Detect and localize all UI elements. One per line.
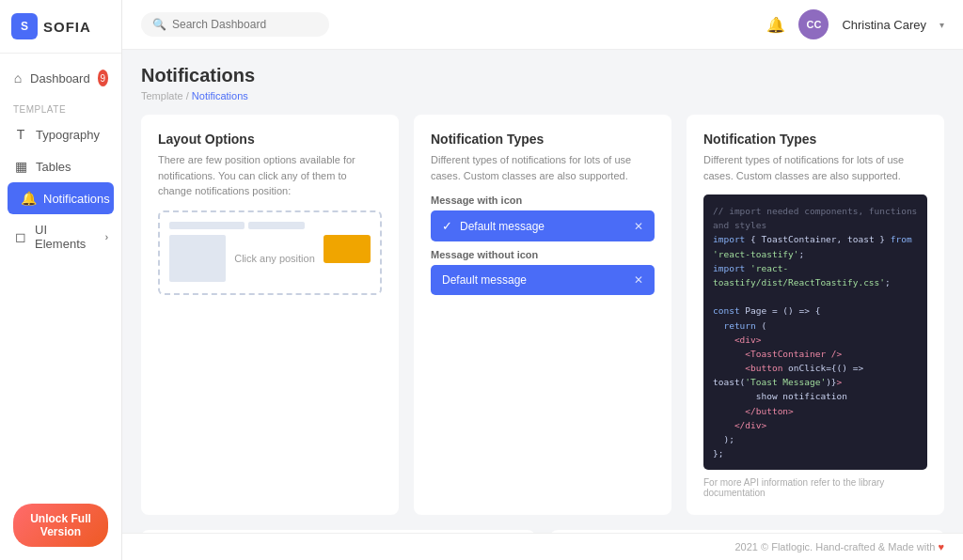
code-line-4: [713, 289, 918, 303]
sidebar-item-label: UI Elements: [35, 223, 98, 251]
sidebar-nav: ⌂ Dashboard 9 TEMPLATE T Typography ▦ Ta…: [0, 54, 121, 490]
footer-text: 2021 © Flatlogic. Hand-crafted & Made wi…: [734, 541, 935, 552]
notification-types-card: Notification Types Different types of no…: [414, 115, 671, 515]
avatar: CC: [798, 9, 829, 39]
notif-types-title: Notification Types: [431, 132, 655, 147]
sidebar-footer: Unlock Full Version: [0, 490, 121, 560]
layout-left-panel: [169, 235, 226, 282]
code-line-8: <ToastContainer />: [713, 347, 918, 361]
footer: 2021 © Flatlogic. Hand-crafted & Made wi…: [122, 533, 963, 560]
breadcrumb-template: Template: [141, 90, 183, 101]
notif-msg-text-2: Default message: [442, 273, 626, 287]
code-line-11: </button>: [713, 404, 918, 418]
code-line-13: );: [713, 432, 918, 446]
notification-types-code-card: Notification Types Different types of no…: [687, 115, 944, 515]
code-block: // import needed components, functions a…: [703, 194, 927, 470]
layout-right-box: [324, 235, 371, 263]
sidebar-logo: S SOFIA: [0, 0, 121, 54]
sidebar: S SOFIA ⌂ Dashboard 9 TEMPLATE T Typogra…: [0, 0, 122, 560]
sidebar-item-label: Typography: [36, 128, 100, 142]
page-title: Notifications: [141, 65, 944, 86]
top-cards-row: Layout Options There are few position op…: [141, 115, 944, 515]
layout-top-bars: [169, 222, 371, 229]
code-line-14: };: [713, 446, 918, 460]
notif-msg-without-icon: Default message ✕: [431, 265, 655, 295]
breadcrumb: Template / Notifications: [141, 90, 944, 101]
code-line-10: show notification: [713, 389, 918, 403]
msg-without-icon-label: Message without icon: [431, 249, 655, 260]
search-box[interactable]: 🔍: [141, 12, 329, 37]
content-area: Notifications Template / Notifications L…: [122, 50, 963, 533]
typography-icon: T: [13, 127, 28, 142]
bell-nav-icon: 🔔: [21, 191, 36, 206]
notif-code-desc: Different types of notifications for lot…: [703, 152, 927, 183]
code-line-6: return (: [713, 319, 918, 333]
code-line-7: <div>: [713, 333, 918, 347]
code-line-5: const Page = () => {: [713, 303, 918, 318]
logo-text: SOFIA: [43, 19, 91, 35]
sidebar-item-label: Tables: [36, 160, 71, 174]
sidebar-item-label: Dashboard: [30, 71, 90, 86]
search-input[interactable]: [172, 18, 304, 31]
sidebar-item-ui-elements[interactable]: ◻ UI Elements ›: [0, 214, 121, 259]
unlock-button[interactable]: Unlock Full Version: [13, 504, 108, 547]
notif-msg-with-icon: ✓ Default message ✕: [431, 210, 655, 241]
layout-card-desc: There are few position options available…: [158, 152, 382, 199]
header-right: 🔔 CC Christina Carey ▾: [766, 9, 944, 39]
sidebar-item-label: Notifications: [43, 192, 110, 206]
sidebar-item-typography[interactable]: T Typography: [0, 118, 121, 150]
notif-close-icon[interactable]: ✕: [634, 220, 643, 233]
layout-options-card: Layout Options There are few position op…: [141, 115, 399, 515]
notif-types-desc: Different types of notifications for lot…: [431, 152, 655, 183]
logo-icon: S: [11, 13, 38, 39]
layout-bar-2: [248, 222, 305, 229]
dashboard-badge: 9: [98, 70, 108, 86]
layout-main-area: Click any position: [169, 235, 371, 282]
main-area: 🔍 🔔 CC Christina Carey ▾ Notifications T…: [122, 0, 963, 560]
code-line-9: <button onClick={() => toast('Toast Mess…: [713, 361, 918, 389]
chevron-down-icon[interactable]: ▾: [939, 20, 944, 30]
sidebar-item-dashboard[interactable]: ⌂ Dashboard 9: [0, 61, 121, 95]
layout-card-title: Layout Options: [158, 132, 382, 147]
layout-click-label: Click any position: [229, 235, 320, 282]
code-line-3: import 'react-toastify/dist/ReactToastif…: [713, 261, 918, 289]
notif-close-icon-2[interactable]: ✕: [634, 273, 643, 287]
notification-bell-icon[interactable]: 🔔: [766, 16, 785, 34]
ui-elements-icon: ◻: [13, 229, 27, 244]
breadcrumb-current: Notifications: [192, 90, 248, 101]
code-line-12: </div>: [713, 418, 918, 432]
notif-code-title: Notification Types: [703, 132, 927, 147]
sidebar-item-tables[interactable]: ▦ Tables: [0, 150, 121, 182]
home-icon: ⌂: [13, 70, 23, 86]
tables-icon: ▦: [13, 159, 28, 174]
search-icon: 🔍: [152, 18, 166, 31]
msg-with-icon-label: Message with icon: [431, 194, 655, 206]
layout-bar-1: [169, 222, 245, 229]
sidebar-item-notifications[interactable]: 🔔 Notifications: [8, 182, 114, 214]
heart-icon: ♥: [938, 541, 944, 552]
layout-preview[interactable]: Click any position: [158, 210, 382, 295]
sidebar-section-template: TEMPLATE: [0, 95, 121, 118]
code-line-2: import { ToastContainer, toast } from 'r…: [713, 232, 918, 260]
user-name: Christina Carey: [842, 18, 926, 32]
header: 🔍 🔔 CC Christina Carey ▾: [122, 0, 963, 50]
check-circle-icon: ✓: [442, 219, 452, 233]
chevron-right-icon: ›: [105, 232, 108, 242]
code-footnote: For more API information refer to the li…: [703, 477, 927, 498]
notif-msg-text: Default message: [460, 220, 626, 233]
code-line-1: // import needed components, functions a…: [713, 204, 918, 232]
